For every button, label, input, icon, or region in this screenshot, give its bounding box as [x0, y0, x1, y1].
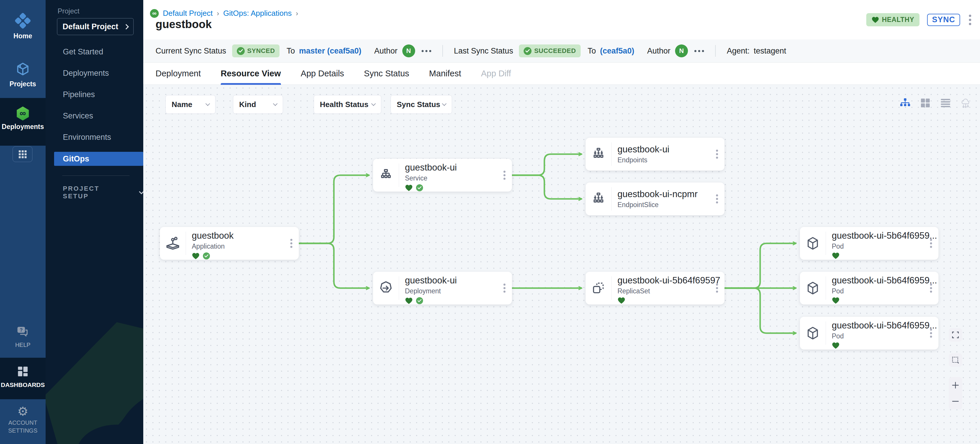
page-title: guestbook: [156, 18, 212, 31]
tab-resource-view[interactable]: Resource View: [221, 63, 281, 85]
node-menu-button[interactable]: [502, 282, 507, 294]
sidebar-item-label: Environments: [63, 133, 111, 142]
sync-button[interactable]: SYNC: [927, 14, 960, 26]
succeeded-badge-label: SUCCEEDED: [534, 47, 576, 55]
rail-item-label: Projects: [0, 80, 46, 88]
node-menu-button[interactable]: [928, 237, 934, 250]
module-switcher-button[interactable]: [13, 146, 32, 162]
health-status-label: HEALTHY: [882, 16, 914, 24]
sidebar-item-label: Get Started: [63, 48, 103, 56]
zoom-in-button[interactable]: [949, 378, 962, 393]
node-kind: Pod: [832, 332, 937, 340]
node-menu-button[interactable]: [502, 169, 507, 181]
rail-item-help[interactable]: ? HELP: [0, 325, 46, 349]
tab-app-details[interactable]: App Details: [301, 63, 344, 85]
project-sidebar: Project Default Project Get Started Depl…: [46, 0, 143, 444]
node-title: guestbook-ui: [617, 144, 670, 155]
rail-item-label: Home: [0, 32, 46, 40]
author-avatar[interactable]: N: [675, 45, 688, 57]
healthy-heart-icon: [832, 252, 840, 259]
health-status-badge: HEALTHY: [866, 13, 920, 26]
zoom-out-button[interactable]: [949, 394, 962, 409]
sidebar-item-pipelines[interactable]: Pipelines: [46, 85, 143, 104]
last-revision-link[interactable]: (ceaf5a0): [600, 46, 634, 56]
node-status: [617, 297, 721, 304]
node-pod-2[interactable]: guestbook-ui-5b64f6959... Pod: [800, 272, 939, 304]
synced-check-icon: [416, 184, 423, 192]
healthy-heart-icon: [832, 297, 840, 304]
sidebar-item-services[interactable]: Services: [46, 107, 143, 125]
sidebar-item-deployments[interactable]: Deployments: [46, 64, 143, 83]
selection-mode-button[interactable]: [949, 353, 962, 367]
node-title: guestbook-ui-ncpmr: [617, 189, 698, 199]
heart-icon: [872, 16, 879, 24]
pod-icon: [800, 272, 826, 304]
commit-more-button[interactable]: [694, 50, 704, 52]
gear-icon: ⚙: [0, 406, 46, 418]
project-section-label: Project: [57, 7, 80, 15]
sidebar-item-label: Deployments: [63, 69, 109, 78]
node-service-guestbook-ui[interactable]: guestbook-ui Service: [373, 159, 512, 192]
node-application-guestbook[interactable]: guestbook Application: [160, 227, 299, 260]
node-menu-button[interactable]: [289, 237, 294, 250]
svg-text:?: ?: [19, 327, 22, 333]
module-rail: Home Projects ∞ Deployments ? HELP: [0, 0, 46, 444]
current-sync-status-label: Current Sync Status: [156, 46, 226, 56]
node-kind: ReplicaSet: [617, 287, 721, 295]
synced-badge: SYNCED: [232, 45, 280, 57]
node-replicaset-guestbook-ui-5b64f69597[interactable]: guestbook-ui-5b64f69597 ReplicaSet: [585, 272, 724, 304]
rail-item-home[interactable]: Home: [0, 13, 46, 40]
tab-app-diff[interactable]: App Diff: [481, 63, 511, 85]
sidebar-item-get-started[interactable]: Get Started: [46, 42, 143, 61]
breadcrumb-gitops-applications[interactable]: GitOps: Applications: [223, 9, 292, 18]
app-menu-button[interactable]: [968, 13, 972, 26]
node-menu-button[interactable]: [928, 327, 934, 340]
node-pod-3[interactable]: guestbook-ui-5b64f6959... Pod: [800, 317, 939, 350]
node-menu-button[interactable]: [714, 148, 720, 161]
rail-item-deployments[interactable]: ∞ Deployments: [0, 107, 46, 131]
node-endpointslice-guestbook-ui-ncpmr[interactable]: guestbook-ui-ncpmr EndpointSlice: [585, 183, 724, 215]
divider: [62, 175, 129, 176]
node-menu-button[interactable]: [928, 282, 934, 294]
commit-more-button[interactable]: [422, 50, 431, 52]
sidebar-item-environments[interactable]: Environments: [46, 128, 143, 146]
node-kind: Deployment: [405, 287, 457, 295]
node-kind: Endpoints: [617, 156, 670, 164]
node-menu-button[interactable]: [714, 193, 720, 205]
sidebar-item-gitops[interactable]: GitOps: [54, 152, 143, 166]
rail-item-projects[interactable]: Projects: [0, 61, 46, 88]
tab-deployment[interactable]: Deployment: [156, 63, 201, 85]
tab-manifest[interactable]: Manifest: [429, 63, 461, 85]
node-menu-button[interactable]: [714, 282, 720, 294]
tab-sync-status[interactable]: Sync Status: [364, 63, 409, 85]
node-status: [405, 184, 457, 192]
grid-icon: [19, 150, 27, 158]
resource-tree-canvas[interactable]: Name Kind Health Status Sync Status: [143, 85, 980, 444]
divider: [442, 45, 443, 57]
projects-cube-icon: [15, 61, 30, 76]
author-avatar[interactable]: N: [402, 45, 415, 57]
node-endpoints-guestbook-ui[interactable]: guestbook-ui Endpoints: [585, 138, 724, 170]
node-kind: Service: [405, 174, 457, 182]
healthy-heart-icon: [405, 297, 413, 304]
divider: [715, 45, 716, 57]
rail-item-label: DASHBOARDS: [0, 381, 46, 388]
home-logo-icon: [15, 13, 31, 29]
breadcrumb-default-project[interactable]: Default Project: [163, 9, 213, 18]
pod-icon: [800, 317, 826, 350]
resource-tree-edges: [143, 85, 980, 444]
fullscreen-button[interactable]: [949, 328, 962, 342]
chevron-down-icon: [139, 189, 143, 194]
node-pod-1[interactable]: guestbook-ui-5b64f6959... Pod: [800, 227, 939, 260]
project-selector[interactable]: Default Project: [57, 18, 134, 35]
deployments-gitops-icon: ∞: [16, 107, 30, 121]
current-revision-link[interactable]: master (ceaf5a0): [299, 46, 361, 56]
rail-item-account-settings[interactable]: ⚙ ACCOUNT SETTINGS: [0, 406, 46, 434]
rail-item-dashboards[interactable]: DASHBOARDS: [0, 365, 46, 388]
project-setup-toggle[interactable]: PROJECT SETUP: [63, 185, 143, 200]
minus-icon: [951, 400, 959, 403]
deployment-icon: [373, 272, 399, 304]
check-circle-icon: [237, 47, 245, 55]
node-deployment-guestbook-ui[interactable]: guestbook-ui Deployment: [373, 272, 512, 304]
node-kind: Pod: [832, 242, 937, 250]
